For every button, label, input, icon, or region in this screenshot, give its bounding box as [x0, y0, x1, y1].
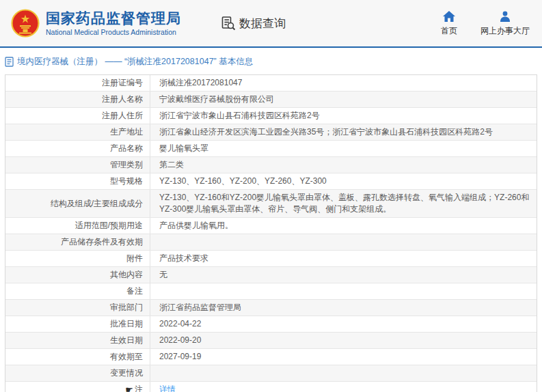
header-nav: 首页 网上办事大厅	[441, 10, 530, 37]
row-value: 详情	[150, 382, 537, 392]
row-label: 批准日期	[5, 316, 150, 332]
table-row: 生效日期2022-09-20	[5, 333, 537, 349]
table-row: 注册人住所浙江省宁波市象山县石浦科技园区科苑路2号	[5, 108, 537, 124]
row-label: 适用范围/预期用途	[5, 218, 150, 234]
table-row: 产品名称婴儿输氧头罩	[5, 141, 537, 157]
table-row: 其他内容无	[5, 267, 537, 283]
home-icon	[443, 10, 455, 23]
info-table: 注册证编号浙械注准20172081047注册人名称宁波戴维医疗器械股份有限公司注…	[5, 74, 537, 392]
table-row: 型号规格YZ-130、YZ-160、YZ-200、YZ-260、YZ-300	[5, 173, 537, 190]
row-label: 审批部门	[5, 300, 150, 316]
row-label-text: 有效期至	[110, 351, 143, 363]
nav-item-home[interactable]: 首页	[441, 10, 457, 37]
person-icon	[500, 10, 511, 23]
row-label-text: 生效日期	[110, 335, 143, 346]
row-label: 其他内容	[5, 267, 150, 283]
row-label-text: 注册人住所	[102, 110, 143, 122]
row-label: ☛注	[5, 382, 150, 392]
row-value: 产品供婴儿输氧用。	[150, 218, 537, 234]
row-value: 婴儿输氧头罩	[150, 141, 537, 156]
row-label: 注册证编号	[5, 75, 150, 91]
row-value	[150, 240, 537, 244]
row-label: 生产地址	[5, 124, 150, 140]
row-label: 结构及组成/主要组成成分	[5, 190, 150, 217]
table-row: 变更情况	[5, 365, 537, 382]
row-value: 2027-09-19	[150, 349, 537, 365]
row-label: 生效日期	[5, 333, 150, 348]
table-row: 适用范围/预期用途产品供婴儿输氧用。	[5, 218, 537, 234]
row-label-text: 管理类别	[110, 159, 143, 171]
row-label-text: 变更情况	[110, 367, 143, 379]
row-label: 有效期至	[5, 349, 150, 365]
row-label: 注册人名称	[5, 92, 150, 107]
row-value: 浙械注准20172081047	[150, 75, 537, 91]
row-label-text: 结构及组成/主要组成成分	[51, 198, 143, 210]
row-value: YZ-130、YZ-160和YZ-200婴儿输氧头罩由罩体、盖板、露孔数选择转盘…	[150, 190, 537, 217]
row-value: 无	[150, 267, 537, 283]
row-label-text: 生产地址	[110, 126, 143, 138]
document-search-icon	[221, 16, 236, 31]
detail-link[interactable]: 详情	[159, 384, 176, 392]
table-row: 注册证编号浙械注准20172081047	[5, 75, 537, 92]
row-label-text: 审批部门	[110, 302, 143, 313]
nav-label-service-hall: 网上办事大厅	[480, 25, 530, 37]
data-query-label: 数据查询	[239, 16, 286, 31]
row-label-text: 附件	[126, 253, 143, 264]
agency-brand: 国家药品监督管理局 National Medical Products Admi…	[46, 10, 181, 37]
row-label-text: 适用范围/预期用途	[75, 220, 143, 232]
nmpa-emblem-logo	[11, 9, 40, 38]
nav-label-home: 首页	[441, 25, 457, 37]
row-label: 管理类别	[5, 157, 150, 173]
table-row: 附件产品技术要求	[5, 251, 537, 267]
row-label: 型号规格	[5, 173, 150, 189]
row-value: 2022-04-22	[150, 316, 537, 332]
table-row: 产品储存条件及有效期	[5, 234, 537, 251]
row-value: 产品技术要求	[150, 251, 537, 266]
row-value: 第二类	[150, 157, 537, 173]
row-label-text: 批准日期	[110, 318, 143, 330]
row-label-text: 注册人名称	[102, 94, 143, 105]
row-label-text: 备注	[126, 285, 143, 297]
row-label-text: 注	[135, 384, 143, 392]
table-row: 审批部门浙江省药品监督管理局	[5, 300, 537, 316]
row-label: 产品储存条件及有效期	[5, 234, 150, 250]
row-value: 浙江省宁波市象山县石浦科技园区科苑路2号	[150, 108, 537, 124]
row-value: 浙江省象山经济开发区滨海工业园全兴路35号；浙江省宁波市象山县石浦科技园区科苑路…	[150, 124, 537, 140]
nav-item-service-hall[interactable]: 网上办事大厅	[480, 10, 530, 37]
row-value: 2022-09-20	[150, 333, 537, 348]
row-label: 变更情况	[5, 365, 150, 381]
row-value	[150, 372, 537, 376]
table-row: 有效期至2027-09-19	[5, 349, 537, 365]
row-label: 备注	[5, 283, 150, 299]
row-label-text: 其他内容	[110, 269, 143, 281]
row-label-text: 注册证编号	[102, 77, 143, 89]
table-row: ☛注详情	[5, 382, 537, 392]
table-row: 生产地址浙江省象山经济开发区滨海工业园全兴路35号；浙江省宁波市象山县石浦科技园…	[5, 124, 537, 141]
row-label-text: 产品储存条件及有效期	[61, 236, 143, 248]
agency-name-cn: 国家药品监督管理局	[46, 10, 181, 27]
table-row: 结构及组成/主要组成成分YZ-130、YZ-160和YZ-200婴儿输氧头罩由罩…	[5, 190, 537, 218]
data-query-entry[interactable]: 数据查询	[221, 16, 286, 31]
breadcrumb: 境内医疗器械（注册） —— “浙械注准20172081047” 基本信息	[0, 48, 542, 74]
breadcrumb-text: 境内医疗器械（注册） —— “浙械注准20172081047” 基本信息	[17, 56, 253, 68]
table-row: 备注	[5, 283, 537, 300]
pointing-hand-icon: ☛	[125, 385, 133, 392]
agency-name-en: National Medical Products Administration	[46, 28, 181, 37]
row-label: 注册人住所	[5, 108, 150, 124]
row-label-text: 产品名称	[110, 143, 143, 154]
page-header: 国家药品监督管理局 National Medical Products Admi…	[0, 0, 542, 48]
row-value: 宁波戴维医疗器械股份有限公司	[150, 92, 537, 107]
row-value: 浙江省药品监督管理局	[150, 300, 537, 316]
row-value	[150, 290, 537, 294]
row-value: YZ-130、YZ-160、YZ-200、YZ-260、YZ-300	[150, 173, 537, 189]
table-row: 注册人名称宁波戴维医疗器械股份有限公司	[5, 92, 537, 108]
document-icon	[5, 57, 14, 67]
table-row: 批准日期2022-04-22	[5, 316, 537, 333]
row-label: 附件	[5, 251, 150, 266]
row-label-text: 型号规格	[110, 176, 143, 187]
table-row: 管理类别第二类	[5, 157, 537, 173]
row-label: 产品名称	[5, 141, 150, 156]
